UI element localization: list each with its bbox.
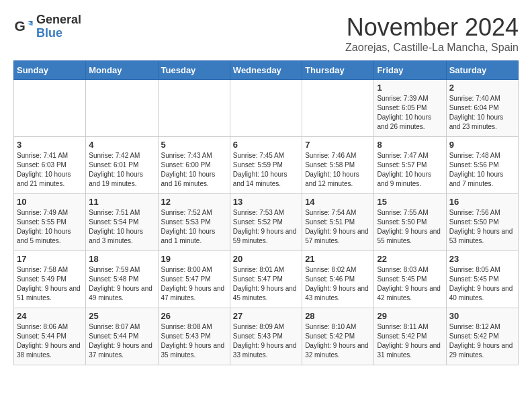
day-number: 18 <box>89 254 154 264</box>
day-number: 20 <box>233 254 299 264</box>
calendar-cell: 17Sunrise: 7:58 AM Sunset: 5:49 PM Dayli… <box>14 251 86 308</box>
day-info: Sunrise: 7:49 AM Sunset: 5:55 PM Dayligh… <box>17 208 83 246</box>
day-number: 21 <box>305 254 371 264</box>
day-info: Sunrise: 7:54 AM Sunset: 5:51 PM Dayligh… <box>305 208 371 246</box>
calendar-cell <box>158 80 230 137</box>
day-number: 9 <box>449 140 515 150</box>
calendar-cell <box>86 80 158 137</box>
day-number: 6 <box>233 140 299 150</box>
logo-blue: Blue <box>36 27 81 40</box>
day-number: 14 <box>305 197 371 207</box>
day-of-week-header: Monday <box>86 61 158 80</box>
calendar-week-row: 10Sunrise: 7:49 AM Sunset: 5:55 PM Dayli… <box>14 194 519 251</box>
day-info: Sunrise: 8:12 AM Sunset: 5:42 PM Dayligh… <box>449 322 515 360</box>
calendar-header-row: SundayMondayTuesdayWednesdayThursdayFrid… <box>14 61 519 80</box>
day-info: Sunrise: 7:59 AM Sunset: 5:48 PM Dayligh… <box>89 265 154 303</box>
calendar-cell: 25Sunrise: 8:07 AM Sunset: 5:44 PM Dayli… <box>86 308 158 365</box>
day-info: Sunrise: 7:43 AM Sunset: 6:00 PM Dayligh… <box>161 151 227 189</box>
calendar-cell: 15Sunrise: 7:55 AM Sunset: 5:50 PM Dayli… <box>374 194 446 251</box>
calendar-cell: 10Sunrise: 7:49 AM Sunset: 5:55 PM Dayli… <box>14 194 86 251</box>
calendar-cell: 2Sunrise: 7:40 AM Sunset: 6:04 PM Daylig… <box>446 80 518 137</box>
svg-marker-2 <box>28 23 33 26</box>
calendar-cell <box>14 80 86 137</box>
day-info: Sunrise: 8:06 AM Sunset: 5:44 PM Dayligh… <box>17 322 83 360</box>
day-number: 25 <box>89 311 154 321</box>
day-info: Sunrise: 8:11 AM Sunset: 5:42 PM Dayligh… <box>377 322 443 360</box>
day-number: 26 <box>161 311 227 321</box>
day-info: Sunrise: 7:46 AM Sunset: 5:58 PM Dayligh… <box>305 151 371 189</box>
day-number: 12 <box>161 197 227 207</box>
day-info: Sunrise: 7:47 AM Sunset: 5:57 PM Dayligh… <box>377 151 443 189</box>
calendar-cell: 14Sunrise: 7:54 AM Sunset: 5:51 PM Dayli… <box>302 194 374 251</box>
calendar-cell: 18Sunrise: 7:59 AM Sunset: 5:48 PM Dayli… <box>86 251 158 308</box>
calendar-cell: 16Sunrise: 7:56 AM Sunset: 5:50 PM Dayli… <box>446 194 518 251</box>
calendar-table: SundayMondayTuesdayWednesdayThursdayFrid… <box>13 60 519 365</box>
day-number: 5 <box>161 140 227 150</box>
day-of-week-header: Friday <box>374 61 446 80</box>
day-number: 19 <box>161 254 227 264</box>
day-number: 1 <box>377 83 443 93</box>
day-number: 3 <box>17 140 83 150</box>
calendar-cell: 1Sunrise: 7:39 AM Sunset: 6:05 PM Daylig… <box>374 80 446 137</box>
location: Zaorejas, Castille-La Mancha, Spain <box>345 42 519 54</box>
svg-text:G: G <box>15 18 26 34</box>
day-number: 29 <box>377 311 443 321</box>
day-of-week-header: Sunday <box>14 61 86 80</box>
calendar-cell: 9Sunrise: 7:48 AM Sunset: 5:56 PM Daylig… <box>446 137 518 194</box>
day-info: Sunrise: 8:07 AM Sunset: 5:44 PM Dayligh… <box>89 322 154 360</box>
month-title: November 2024 <box>345 13 519 42</box>
logo-icon: G <box>13 17 34 37</box>
calendar-week-row: 17Sunrise: 7:58 AM Sunset: 5:49 PM Dayli… <box>14 251 519 308</box>
header: G General Blue November 2024 Zaorejas, C… <box>13 13 519 54</box>
calendar-cell: 20Sunrise: 8:01 AM Sunset: 5:47 PM Dayli… <box>230 251 302 308</box>
day-of-week-header: Saturday <box>446 61 518 80</box>
calendar-cell: 5Sunrise: 7:43 AM Sunset: 6:00 PM Daylig… <box>158 137 230 194</box>
calendar-week-row: 24Sunrise: 8:06 AM Sunset: 5:44 PM Dayli… <box>14 308 519 365</box>
calendar-cell: 4Sunrise: 7:42 AM Sunset: 6:01 PM Daylig… <box>86 137 158 194</box>
day-number: 13 <box>233 197 299 207</box>
day-number: 24 <box>17 311 83 321</box>
day-info: Sunrise: 7:56 AM Sunset: 5:50 PM Dayligh… <box>449 208 515 246</box>
day-info: Sunrise: 7:52 AM Sunset: 5:53 PM Dayligh… <box>161 208 227 246</box>
day-number: 8 <box>377 140 443 150</box>
day-number: 7 <box>305 140 371 150</box>
logo-text: General Blue <box>36 13 81 40</box>
day-number: 10 <box>17 197 83 207</box>
calendar-week-row: 3Sunrise: 7:41 AM Sunset: 6:03 PM Daylig… <box>14 137 519 194</box>
day-info: Sunrise: 8:05 AM Sunset: 5:45 PM Dayligh… <box>449 265 515 303</box>
calendar-cell: 7Sunrise: 7:46 AM Sunset: 5:58 PM Daylig… <box>302 137 374 194</box>
day-number: 16 <box>449 197 515 207</box>
calendar-week-row: 1Sunrise: 7:39 AM Sunset: 6:05 PM Daylig… <box>14 80 519 137</box>
calendar-cell: 28Sunrise: 8:10 AM Sunset: 5:42 PM Dayli… <box>302 308 374 365</box>
day-number: 15 <box>377 197 443 207</box>
day-info: Sunrise: 8:01 AM Sunset: 5:47 PM Dayligh… <box>233 265 299 303</box>
day-info: Sunrise: 8:02 AM Sunset: 5:46 PM Dayligh… <box>305 265 371 303</box>
calendar-cell: 22Sunrise: 8:03 AM Sunset: 5:45 PM Dayli… <box>374 251 446 308</box>
calendar-cell <box>230 80 302 137</box>
logo-general: General <box>36 13 81 27</box>
day-info: Sunrise: 7:40 AM Sunset: 6:04 PM Dayligh… <box>449 94 515 132</box>
day-info: Sunrise: 8:10 AM Sunset: 5:42 PM Dayligh… <box>305 322 371 360</box>
day-number: 17 <box>17 254 83 264</box>
calendar-cell: 11Sunrise: 7:51 AM Sunset: 5:54 PM Dayli… <box>86 194 158 251</box>
day-info: Sunrise: 7:55 AM Sunset: 5:50 PM Dayligh… <box>377 208 443 246</box>
day-info: Sunrise: 7:58 AM Sunset: 5:49 PM Dayligh… <box>17 265 83 303</box>
calendar-cell <box>302 80 374 137</box>
calendar-cell: 3Sunrise: 7:41 AM Sunset: 6:03 PM Daylig… <box>14 137 86 194</box>
day-info: Sunrise: 8:03 AM Sunset: 5:45 PM Dayligh… <box>377 265 443 303</box>
calendar-cell: 8Sunrise: 7:47 AM Sunset: 5:57 PM Daylig… <box>374 137 446 194</box>
calendar-cell: 30Sunrise: 8:12 AM Sunset: 5:42 PM Dayli… <box>446 308 518 365</box>
day-number: 2 <box>449 83 515 93</box>
day-number: 30 <box>449 311 515 321</box>
day-info: Sunrise: 8:00 AM Sunset: 5:47 PM Dayligh… <box>161 265 227 303</box>
calendar-cell: 6Sunrise: 7:45 AM Sunset: 5:59 PM Daylig… <box>230 137 302 194</box>
day-number: 4 <box>89 140 154 150</box>
day-info: Sunrise: 7:51 AM Sunset: 5:54 PM Dayligh… <box>89 208 154 246</box>
day-of-week-header: Thursday <box>302 61 374 80</box>
calendar-cell: 12Sunrise: 7:52 AM Sunset: 5:53 PM Dayli… <box>158 194 230 251</box>
day-info: Sunrise: 7:39 AM Sunset: 6:05 PM Dayligh… <box>377 94 443 132</box>
calendar-cell: 23Sunrise: 8:05 AM Sunset: 5:45 PM Dayli… <box>446 251 518 308</box>
day-info: Sunrise: 8:08 AM Sunset: 5:43 PM Dayligh… <box>161 322 227 360</box>
day-of-week-header: Wednesday <box>230 61 302 80</box>
calendar-cell: 21Sunrise: 8:02 AM Sunset: 5:46 PM Dayli… <box>302 251 374 308</box>
